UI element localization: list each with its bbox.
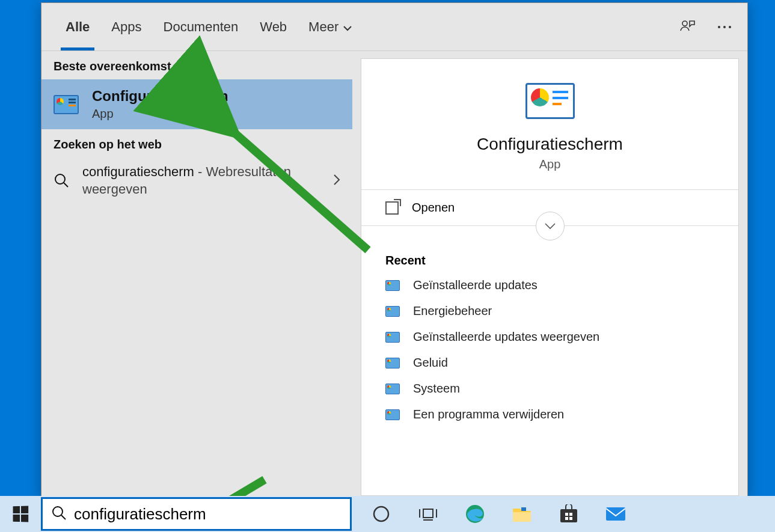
open-label: Openen bbox=[412, 201, 455, 215]
control-panel-icon bbox=[54, 95, 79, 114]
edge-browser-icon[interactable] bbox=[462, 501, 488, 527]
svg-rect-20 bbox=[569, 513, 572, 516]
task-view-icon[interactable] bbox=[415, 501, 441, 527]
recent-heading: Recent bbox=[361, 245, 738, 272]
recent-item[interactable]: Systeem bbox=[385, 376, 714, 402]
control-panel-icon bbox=[385, 332, 400, 343]
taskbar-icons bbox=[369, 501, 628, 527]
chevron-down-icon bbox=[343, 19, 352, 35]
results-column: Beste overeenkomst Configuratiescherm Ap… bbox=[41, 51, 352, 496]
detail-card: Configuratiescherm App Openen Recent Geï… bbox=[361, 58, 739, 496]
svg-point-3 bbox=[729, 26, 731, 28]
recent-item[interactable]: Geïnstalleerde updates weergeven bbox=[385, 324, 714, 350]
control-panel-icon bbox=[385, 306, 400, 317]
filter-tabs: Alle Apps Documenten Web Meer bbox=[55, 4, 363, 50]
recent-item[interactable]: Geïnstalleerde updates bbox=[385, 272, 714, 298]
recent-item[interactable]: Energiebeheer bbox=[385, 298, 714, 324]
detail-title: Configuratiescherm bbox=[477, 135, 623, 154]
recent-item[interactable]: Een programma verwijderen bbox=[385, 402, 714, 427]
microsoft-store-icon[interactable] bbox=[556, 501, 581, 527]
svg-rect-17 bbox=[521, 507, 526, 511]
detail-hero: Configuratiescherm App bbox=[361, 59, 738, 189]
windows-logo-icon bbox=[13, 506, 29, 522]
recent-list: Geïnstalleerde updates Energiebeheer Geï… bbox=[361, 272, 738, 432]
mail-icon[interactable] bbox=[603, 501, 628, 527]
taskbar bbox=[0, 496, 775, 532]
web-result-text: configuratiescherm - Webresultaten weerg… bbox=[82, 164, 321, 198]
best-match-subtitle: App bbox=[92, 107, 228, 121]
best-match-title: Configuratiescherm bbox=[92, 88, 228, 105]
detail-subtitle: App bbox=[539, 157, 561, 171]
svg-point-0 bbox=[682, 21, 687, 26]
tab-apps[interactable]: Apps bbox=[100, 4, 152, 50]
tab-web[interactable]: Web bbox=[249, 4, 298, 50]
best-match-result[interactable]: Configuratiescherm App bbox=[41, 79, 352, 129]
more-options-icon[interactable] bbox=[715, 17, 734, 37]
web-search-result[interactable]: configuratiescherm - Webresultaten weerg… bbox=[41, 157, 352, 204]
svg-point-10 bbox=[374, 507, 388, 521]
tab-more[interactable]: Meer bbox=[298, 4, 363, 50]
start-button[interactable] bbox=[0, 496, 41, 532]
expand-button[interactable] bbox=[536, 212, 565, 240]
control-panel-large-icon bbox=[525, 83, 575, 119]
svg-rect-22 bbox=[569, 517, 572, 520]
control-panel-icon bbox=[385, 384, 400, 394]
cortana-icon[interactable] bbox=[369, 501, 394, 527]
svg-line-9 bbox=[61, 515, 66, 519]
taskbar-search-box[interactable] bbox=[41, 497, 352, 531]
search-icon bbox=[54, 173, 70, 189]
search-results-window: Alle Apps Documenten Web Meer bbox=[41, 2, 748, 497]
feedback-icon[interactable] bbox=[678, 17, 697, 37]
svg-rect-11 bbox=[423, 509, 433, 518]
search-input[interactable] bbox=[74, 505, 342, 524]
control-panel-icon bbox=[385, 409, 400, 420]
search-icon bbox=[51, 505, 67, 523]
control-panel-icon bbox=[385, 358, 400, 368]
chevron-right-icon bbox=[333, 174, 340, 188]
svg-line-5 bbox=[64, 183, 68, 187]
svg-rect-18 bbox=[560, 509, 577, 522]
svg-point-1 bbox=[718, 26, 720, 28]
svg-rect-21 bbox=[565, 517, 568, 520]
svg-point-2 bbox=[723, 26, 726, 28]
search-header: Alle Apps Documenten Web Meer bbox=[41, 3, 747, 51]
file-explorer-icon[interactable] bbox=[509, 501, 535, 527]
open-icon bbox=[385, 201, 399, 215]
detail-column: Configuratiescherm App Openen Recent Geï… bbox=[352, 51, 747, 496]
search-body: Beste overeenkomst Configuratiescherm Ap… bbox=[41, 51, 747, 496]
svg-point-8 bbox=[53, 507, 63, 516]
svg-rect-23 bbox=[606, 507, 625, 521]
svg-point-4 bbox=[55, 174, 65, 184]
best-match-heading: Beste overeenkomst bbox=[41, 51, 352, 79]
tab-all[interactable]: Alle bbox=[55, 4, 100, 50]
svg-rect-19 bbox=[565, 513, 568, 516]
svg-rect-16 bbox=[513, 512, 531, 522]
control-panel-icon bbox=[385, 280, 400, 291]
web-search-heading: Zoeken op het web bbox=[41, 129, 352, 157]
recent-item[interactable]: Geluid bbox=[385, 350, 714, 376]
tab-documents[interactable]: Documenten bbox=[153, 4, 250, 50]
